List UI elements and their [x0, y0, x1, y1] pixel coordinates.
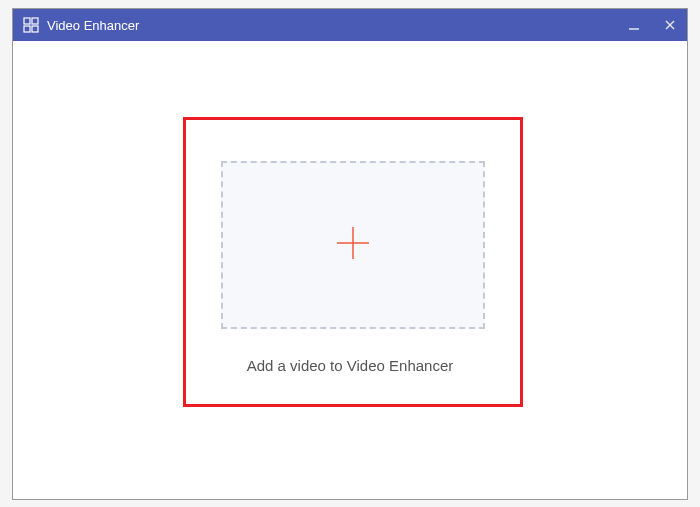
app-title: Video Enhancer — [47, 18, 625, 33]
svg-rect-2 — [24, 26, 30, 32]
minimize-button[interactable] — [625, 16, 643, 34]
svg-rect-1 — [32, 18, 38, 24]
close-button[interactable] — [661, 16, 679, 34]
plus-icon — [331, 221, 375, 269]
titlebar: Video Enhancer — [13, 9, 687, 41]
add-video-dropzone[interactable] — [221, 161, 485, 329]
window-controls — [625, 16, 679, 34]
app-window: Video Enhancer Add — [12, 8, 688, 500]
svg-rect-3 — [32, 26, 38, 32]
svg-rect-0 — [24, 18, 30, 24]
instruction-label: Add a video to Video Enhancer — [13, 357, 687, 374]
app-icon — [23, 17, 39, 33]
content-area: Add a video to Video Enhancer — [13, 41, 687, 499]
